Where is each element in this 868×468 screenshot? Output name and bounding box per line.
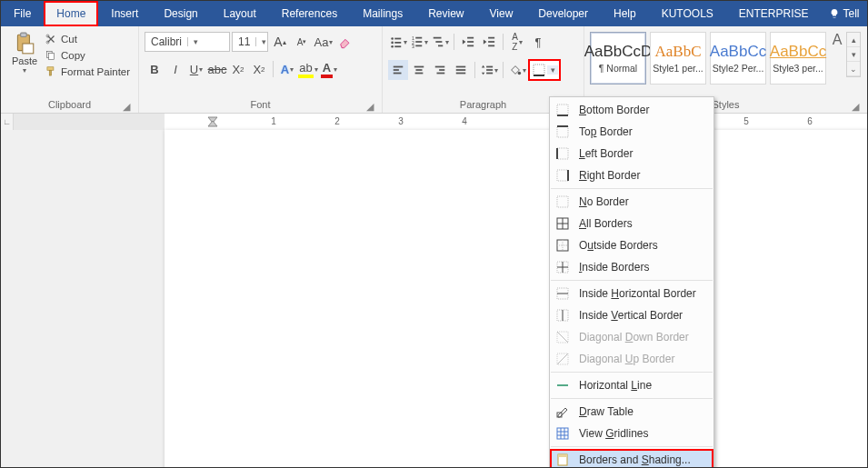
border-option-label: No Border [579, 195, 629, 208]
border-menu-borders-and-shading[interactable]: Borders and Shading... [550, 449, 713, 468]
tab-kutools[interactable]: KUTOOLS [649, 1, 726, 26]
show-marks-button[interactable]: ¶ [528, 32, 548, 52]
tell-me[interactable]: Tell [822, 1, 867, 26]
paste-button[interactable]: Paste ▾ [6, 28, 43, 75]
increase-indent-button[interactable] [479, 32, 499, 52]
bullets-button[interactable] [388, 32, 408, 52]
border-menu-inside-borders[interactable]: Inside Borders [550, 256, 713, 278]
border-menu-view-gridlines[interactable]: View Gridlines [550, 423, 713, 444]
underline-button[interactable]: U [186, 59, 206, 79]
format-painter-button[interactable]: Format Painter [43, 65, 132, 79]
numbering-icon: 123 [411, 35, 424, 48]
subscript-button[interactable]: X2 [228, 59, 248, 79]
borders-button[interactable]: ▾ [528, 59, 561, 81]
font-launcher[interactable]: ◢ [365, 101, 374, 110]
shrink-font-button[interactable]: A▾ [292, 32, 312, 52]
border-menu-all-borders[interactable]: All Borders [550, 213, 713, 234]
strike-button[interactable]: abc [207, 59, 227, 79]
bold-button[interactable]: B [145, 59, 165, 79]
tab-enterprise[interactable]: ENTERPRISE [726, 1, 822, 26]
shading-button[interactable] [507, 60, 527, 80]
tab-design[interactable]: Design [151, 1, 210, 26]
group-font: Calibri▾ 11▾ A▴ A▾ Aa B I U abc X2 X2 A … [139, 26, 383, 113]
font-size-combo[interactable]: 11▾ [232, 32, 268, 52]
border-menu-inside-horizontal-border[interactable]: Inside Horizontal Border [550, 283, 713, 304]
align-center-icon [413, 64, 425, 76]
spacing-icon [481, 64, 494, 76]
tab-help[interactable]: Help [601, 1, 649, 26]
change-case-button[interactable]: Aa [314, 32, 334, 52]
style-2[interactable]: AaBbCc Style2 Per... [710, 32, 766, 85]
border-menu-inside-vertical-border[interactable]: Inside Vertical Border [550, 304, 713, 326]
svg-rect-30 [394, 66, 404, 68]
ribbon-tabbar: File Home Insert Design Layout Reference… [1, 1, 867, 26]
style-preview-cut: A [830, 32, 844, 48]
tab-home[interactable]: Home [44, 1, 98, 26]
ruler[interactable]: ∟ 1 2 3 4 5 6 [1, 114, 867, 130]
bulb-icon [829, 8, 840, 19]
decrease-indent-button[interactable] [458, 32, 478, 52]
italic-button[interactable]: I [165, 59, 185, 79]
svg-rect-6 [49, 54, 55, 60]
justify-button[interactable] [451, 60, 471, 80]
tab-mailings[interactable]: Mailings [350, 1, 415, 26]
border-option-label: Borders and Shading... [579, 453, 691, 466]
clipboard-launcher[interactable]: ◢ [122, 101, 131, 110]
copy-button[interactable]: Copy [43, 48, 132, 63]
tab-developer[interactable]: Developer [525, 1, 601, 26]
font-color-button[interactable]: A [319, 59, 339, 79]
tab-file[interactable]: File [1, 1, 44, 26]
align-center-button[interactable] [409, 60, 429, 80]
group-clipboard-label: Clipboard [48, 99, 91, 110]
align-right-button[interactable] [430, 60, 450, 80]
highlight-button[interactable]: ab [298, 59, 318, 79]
superscript-button[interactable]: X2 [249, 59, 269, 79]
tab-layout[interactable]: Layout [211, 1, 269, 26]
border-icon [532, 63, 546, 77]
align-left-icon [392, 64, 404, 76]
tab-references[interactable]: References [269, 1, 350, 26]
svg-rect-7 [47, 67, 54, 71]
copy-icon [45, 49, 57, 62]
border-menu-right-border[interactable]: Right Border [550, 164, 713, 186]
style-normal[interactable]: AaBbCcD ¶ Normal [590, 32, 646, 85]
svg-rect-32 [394, 73, 402, 75]
border-menu-top-border[interactable]: Top Border [550, 121, 713, 143]
border-menu-horizontal-line[interactable]: Horizontal Line [550, 374, 713, 396]
sort-button[interactable]: AZ [507, 32, 527, 52]
styles-scroll[interactable]: ▴▾⌄ [846, 32, 861, 77]
border-menu-left-border[interactable]: Left Border [550, 143, 713, 164]
group-clipboard: Paste ▾ Cut Copy Format Painter Clipboar… [1, 26, 139, 113]
border-menu-outside-borders[interactable]: Outside Borders [550, 234, 713, 256]
text-effects-button[interactable]: A [277, 59, 297, 79]
align-left-button[interactable] [388, 60, 408, 80]
multilevel-button[interactable] [430, 32, 450, 52]
format-painter-icon [45, 65, 57, 78]
group-styles-label: Styles [713, 99, 740, 110]
font-name-combo[interactable]: Calibri▾ [145, 32, 230, 52]
tab-review[interactable]: Review [415, 1, 476, 26]
paste-label: Paste [12, 55, 37, 66]
style-3[interactable]: AaBbCc Style3 per... [770, 32, 826, 85]
indent-marker-icon[interactable] [206, 115, 219, 128]
border-menu-draw-table[interactable]: Draw Table [550, 401, 713, 423]
border-option-icon [554, 258, 572, 276]
grow-font-button[interactable]: A▴ [270, 32, 290, 52]
svg-rect-24 [467, 37, 474, 39]
styles-launcher[interactable]: ◢ [851, 101, 860, 110]
border-menu-no-border[interactable]: No Border [550, 191, 713, 213]
border-option-label: All Borders [579, 217, 633, 230]
line-spacing-button[interactable] [479, 60, 499, 80]
tab-view[interactable]: View [477, 1, 526, 26]
border-option-icon [554, 451, 572, 468]
svg-rect-23 [438, 45, 443, 47]
border-option-label: Top Border [579, 125, 633, 138]
border-menu-bottom-border[interactable]: Bottom Border [550, 99, 713, 121]
style-1[interactable]: AaBbC Style1 per... [650, 32, 706, 85]
cut-button[interactable]: Cut [43, 32, 132, 46]
numbering-button[interactable]: 123 [409, 32, 429, 52]
ruler-corner: ∟ [1, 114, 14, 130]
clear-format-button[interactable] [335, 32, 355, 52]
tab-insert[interactable]: Insert [98, 1, 151, 26]
document-page[interactable] [165, 130, 868, 468]
